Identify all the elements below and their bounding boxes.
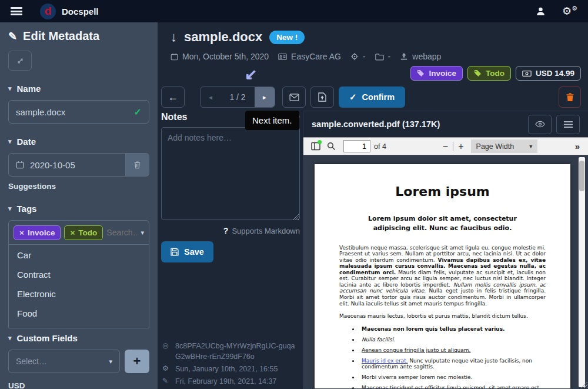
docspell-logo-icon[interactable]: d	[40, 4, 56, 19]
section-custom-fields-header[interactable]: ▾ Custom Fields	[8, 333, 149, 343]
remove-tag-icon[interactable]: ×	[70, 228, 75, 237]
chevron-down-icon[interactable]: ▾	[141, 229, 144, 237]
help-question-icon[interactable]: ?	[223, 226, 229, 235]
confirm-button[interactable]: ✓ Confirm	[339, 87, 405, 108]
created-gear-icon: ⚙	[162, 364, 171, 374]
clear-date-button[interactable]	[126, 153, 149, 177]
section-tags-header[interactable]: ▾ Tags	[8, 204, 149, 214]
trash-icon	[566, 92, 574, 102]
menu-icon[interactable]	[11, 7, 22, 15]
badge-todo[interactable]: Todo	[467, 66, 511, 81]
pdf-more-tools-button[interactable]: »	[575, 141, 583, 151]
section-name-label: Name	[17, 84, 41, 94]
remove-tag-icon[interactable]: ×	[19, 228, 24, 237]
doc-paragraph: Vestibulum neque massa, scelerisque sit …	[339, 245, 546, 307]
tag-option[interactable]: Car	[9, 245, 149, 264]
delete-item-button[interactable]	[559, 87, 581, 108]
tag-chip-invoice[interactable]: × Invoice	[14, 225, 61, 240]
section-date-header[interactable]: ▾ Date	[8, 137, 149, 147]
markdown-hint[interactable]: Supports Markdown	[232, 227, 300, 235]
file-menu-button[interactable]	[556, 115, 580, 134]
calendar-icon	[16, 161, 24, 169]
pdf-zoom-select[interactable]: Page Width ▾	[471, 139, 538, 153]
prev-item-button[interactable]: ◄	[201, 87, 220, 107]
notes-textarea[interactable]	[161, 127, 300, 220]
tag-icon	[417, 69, 425, 77]
page-position-label: 1 / 2	[220, 87, 255, 107]
add-custom-field-button[interactable]: +	[125, 350, 149, 373]
date-value: 2020-10-05	[30, 160, 75, 170]
item-title: sample.docx	[184, 29, 262, 45]
caret-down-icon: ▾	[8, 138, 12, 145]
name-input[interactable]	[16, 107, 128, 117]
tag-chip-label: Invoice	[28, 228, 55, 237]
badge-amount[interactable]: USD 14.99	[516, 66, 581, 81]
tag-search-input[interactable]	[106, 228, 137, 237]
zoom-in-button[interactable]: +	[458, 141, 463, 152]
calendar-icon	[171, 53, 178, 61]
collapse-sidebar-button[interactable]	[8, 51, 32, 71]
address-card-icon	[278, 53, 287, 61]
pdf-toolbar: of 4 − + Page Width ▾ »	[303, 137, 588, 155]
doc-link[interactable]: Mauris id ex erat.	[362, 358, 408, 364]
settings-gears-icon[interactable]: ⚙⚙	[562, 5, 577, 18]
doc-paragraph: Maecenas mauris lectus, lobortis et puru…	[339, 313, 546, 319]
updated-date: Fri, February 19th, 2021, 14:37	[175, 376, 276, 387]
download-arrow-icon[interactable]: ↓	[171, 29, 177, 45]
doc-bullet: Maecenas non lorem quis tellus placerat …	[359, 326, 546, 332]
check-icon: ✓	[349, 92, 357, 102]
zoom-out-button[interactable]: −	[443, 141, 448, 152]
section-date-label: Date	[17, 137, 36, 147]
custom-field-select[interactable]: Select… ▾	[8, 350, 120, 373]
add-file-button[interactable]	[310, 87, 334, 108]
date-field[interactable]: 2020-10-05	[8, 153, 126, 177]
badge-invoice[interactable]: Invoice	[410, 66, 463, 81]
pdf-page: Lorem ipsum Lorem ipsum dolor sit amet, …	[315, 164, 570, 388]
pdf-search-button[interactable]	[323, 142, 339, 151]
file-upload-icon	[318, 92, 326, 102]
next-item-button[interactable]: ►	[255, 87, 275, 107]
floppy-disk-icon	[171, 248, 179, 256]
tag-option[interactable]: Contract	[9, 264, 149, 284]
section-name-header[interactable]: ▾ Name	[8, 84, 149, 94]
doc-bullet-list: Maecenas non lorem quis tellus placerat …	[359, 326, 546, 388]
tag-option[interactable]: Electronic	[9, 284, 149, 303]
section-tags-label: Tags	[17, 204, 37, 214]
custom-field-usd-label: USD	[8, 381, 149, 389]
pdf-page-input[interactable]	[343, 140, 370, 152]
diagonal-resize-icon	[16, 56, 25, 65]
pdf-scrollbar[interactable]	[579, 157, 585, 387]
next-item-tooltip: Next item.	[245, 111, 299, 130]
name-field-wrap: ✓	[8, 100, 149, 124]
notification-dot	[318, 140, 322, 144]
suggestions-label: Suggestions	[8, 182, 149, 191]
pdf-page-count: of 4	[374, 142, 386, 151]
sidebar-title: Edit Metadata	[23, 29, 99, 43]
tag-option[interactable]: Food	[9, 303, 149, 322]
item-info: ◎ 8c8PFA2UCbg-MYrWzjnRgUC-guqaG2wBHre-rE…	[162, 339, 299, 387]
pdf-scrollbar-thumb[interactable]	[579, 161, 584, 191]
tag-option[interactable]: Important	[9, 322, 149, 328]
item-id-icon: ◎	[162, 341, 171, 362]
save-notes-button[interactable]: Save	[161, 241, 213, 262]
preview-eye-button[interactable]	[528, 115, 552, 134]
back-button[interactable]: ←	[161, 87, 185, 108]
pdf-viewer-panel: sample.converted.pdf (137.17K) of 4	[303, 111, 588, 389]
chevron-down-icon: ▾	[109, 358, 112, 365]
tags-multiselect[interactable]: × Invoice × Todo ▾	[8, 220, 149, 245]
notes-title: Notes	[161, 112, 187, 122]
pdf-sidebar-toggle-button[interactable]	[308, 142, 323, 151]
send-mail-button[interactable]	[282, 87, 306, 108]
crosshair-icon	[350, 52, 359, 61]
item-id: 8c8PFA2UCbg-MYrWzjnRgUC-guqaG2wBHre-rEnZ…	[175, 341, 299, 362]
doc-subtitle: Lorem ipsum dolor sit amet, consectetur …	[355, 214, 530, 233]
correspondent[interactable]: EasyCare AG	[291, 52, 341, 61]
notes-panel: Notes Edit • Preview ?Supports Markdown …	[161, 112, 300, 262]
app-title[interactable]: Docspell	[62, 6, 99, 16]
zoom-level-label: Page Width	[476, 142, 514, 151]
pdf-content-area: Lorem ipsum Lorem ipsum dolor sit amet, …	[303, 156, 588, 388]
user-icon[interactable]	[536, 6, 546, 16]
caret-down-icon: ▾	[8, 205, 12, 212]
tag-chip-todo[interactable]: × Todo	[64, 225, 103, 240]
edit-pencil-icon: ✎	[8, 30, 17, 43]
